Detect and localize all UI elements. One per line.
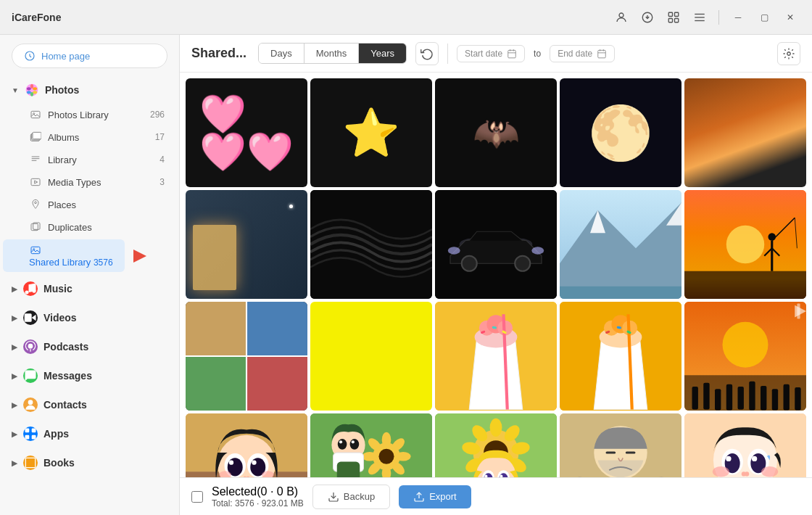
photo-cell[interactable] [684, 190, 806, 299]
sidebar-item-duplicates[interactable]: Duplicates [3, 216, 176, 238]
date-separator: to [534, 49, 541, 59]
photo-cell[interactable] [186, 190, 307, 299]
svg-rect-21 [33, 132, 41, 139]
svg-point-29 [25, 291, 29, 294]
messages-expand-icon: ▶ [12, 372, 17, 380]
sidebar-category-contacts[interactable]: ▶ Contacts [0, 392, 179, 418]
sidebar-category-photos[interactable]: ▼ Photos [0, 77, 179, 103]
sidebar-item-places[interactable]: Places [3, 194, 176, 215]
svg-rect-70 [246, 302, 307, 356]
photo-cell[interactable] [560, 302, 682, 411]
books-category-icon [23, 456, 38, 470]
sidebar-category-podcasts[interactable]: ▶ Podcasts [0, 334, 179, 360]
photos-section: ▼ Photos Photos Library [0, 77, 179, 273]
minimize-button[interactable]: ─ [728, 7, 748, 28]
photo-cell[interactable]: 🌕 [560, 78, 682, 187]
sidebar-category-books[interactable]: ▶ Books [0, 450, 179, 476]
sidebar-item-shared-library[interactable]: Shared Library 3576 [3, 239, 125, 272]
start-date-placeholder: Start date [465, 49, 502, 59]
selected-text: Selected(0 · 0 B) [212, 485, 298, 498]
export-button[interactable]: Export [399, 485, 471, 508]
svg-rect-142 [337, 462, 360, 477]
library-label: Library [48, 154, 154, 165]
settings-button[interactable] [777, 42, 800, 65]
home-page-button[interactable]: Home page [12, 44, 167, 68]
photo-cell[interactable] [435, 302, 557, 411]
messages-label: Messages [44, 370, 92, 382]
albums-icon [29, 131, 42, 144]
backup-button[interactable]: Backup [312, 485, 390, 509]
svg-rect-96 [692, 387, 698, 410]
contacts-section: ▶ Contacts [0, 392, 179, 418]
sidebar-item-photos-library[interactable]: Photos Library 296 [3, 104, 176, 125]
end-date-input[interactable]: End date [550, 45, 615, 62]
maximize-button[interactable]: ▢ [754, 7, 774, 28]
books-label: Books [44, 457, 75, 469]
photo-cell[interactable] [684, 302, 806, 411]
close-button[interactable]: ✕ [780, 7, 800, 28]
grid-icon[interactable] [663, 7, 684, 28]
photo-cell[interactable] [310, 302, 432, 411]
sidebar-category-music[interactable]: ▶ Music [0, 276, 179, 302]
contacts-label: Contacts [44, 399, 87, 411]
tab-months[interactable]: Months [304, 44, 360, 63]
sidebar-item-albums[interactable]: Albums 17 [3, 126, 176, 148]
photo-cell[interactable] [310, 190, 432, 299]
home-section: Home page [12, 44, 167, 68]
sidebar-category-apps[interactable]: ▶ Apps [0, 421, 179, 447]
photo-cell[interactable]: 🩷🩷🩷 [186, 78, 307, 187]
sidebar-category-videos[interactable]: ▶ Videos [0, 305, 179, 331]
albums-count: 17 [155, 132, 165, 142]
sidebar-item-library[interactable]: Library 4 [3, 149, 176, 170]
menu-icon[interactable] [689, 7, 710, 28]
titlebar: iCareFone ─ ▢ ✕ [0, 0, 812, 35]
photo-cell[interactable] [435, 190, 557, 299]
refresh-button[interactable] [415, 42, 439, 65]
photo-cell[interactable] [684, 413, 806, 477]
photo-cell[interactable] [560, 190, 682, 299]
photo-cell[interactable]: 🦇 [435, 78, 557, 187]
tab-days[interactable]: Days [259, 44, 304, 63]
download-icon[interactable] [637, 7, 658, 28]
app-name: iCareFone [12, 12, 611, 23]
selection-arrow [133, 250, 146, 263]
photo-cell[interactable] [684, 78, 806, 187]
svg-rect-4 [668, 18, 672, 22]
podcasts-category-icon [23, 339, 38, 354]
podcasts-section: ▶ Podcasts [0, 334, 179, 360]
apps-label: Apps [44, 428, 69, 440]
svg-point-24 [35, 202, 37, 204]
svg-point-146 [490, 419, 502, 437]
photo-cell[interactable] [186, 413, 307, 477]
svg-rect-107 [797, 304, 800, 319]
photo-cell[interactable] [186, 302, 307, 411]
sidebar-category-messages[interactable]: ▶ Messages [0, 363, 179, 389]
svg-point-33 [28, 400, 33, 405]
tab-years[interactable]: Years [359, 44, 406, 63]
svg-rect-22 [31, 178, 40, 185]
photos-expand-icon: ▼ [12, 86, 19, 94]
svg-point-139 [350, 439, 360, 450]
music-expand-icon: ▶ [12, 285, 17, 293]
user-icon[interactable] [611, 7, 631, 28]
sep-1 [718, 10, 719, 25]
svg-rect-5 [675, 18, 679, 22]
sidebar-item-media-types[interactable]: Media Types 3 [3, 171, 176, 193]
svg-point-116 [229, 461, 233, 465]
svg-point-117 [252, 461, 256, 465]
photo-cell[interactable] [310, 413, 432, 477]
svg-point-126 [379, 449, 394, 464]
svg-point-12 [33, 87, 37, 90]
photo-cell[interactable]: ⭐ [310, 78, 432, 187]
photo-cell[interactable] [560, 413, 682, 477]
svg-point-61 [726, 226, 765, 264]
svg-rect-98 [715, 389, 721, 410]
svg-rect-42 [598, 50, 606, 58]
backup-label: Backup [344, 491, 375, 502]
svg-point-138 [338, 439, 347, 450]
photo-cell[interactable] [435, 413, 557, 477]
svg-rect-97 [703, 383, 709, 410]
select-all-checkbox[interactable] [191, 491, 203, 503]
start-date-input[interactable]: Start date [457, 45, 525, 62]
media-types-label: Media Types [48, 177, 154, 188]
